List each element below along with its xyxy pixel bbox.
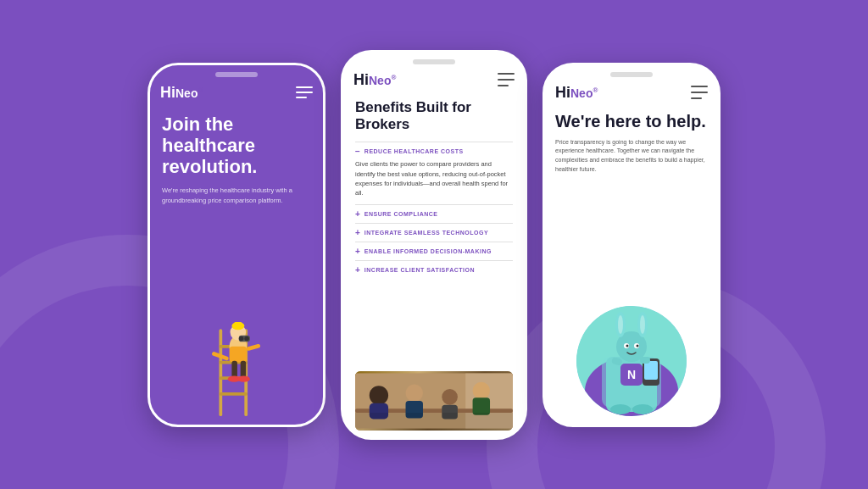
phone-left-notch: [150, 65, 323, 81]
accordion-label-4: ENABLE INFORMED DECISION-MAKING: [364, 248, 492, 254]
accordion-header-2: + ENSURE COMPLIANCE: [355, 209, 513, 219]
svg-rect-5: [219, 392, 248, 396]
svg-rect-9: [234, 321, 242, 327]
accordion-item-2[interactable]: + ENSURE COMPLIANCE: [355, 204, 513, 223]
logo-hi-left: Hi: [160, 84, 175, 102]
phone-left: Hi Neo® Join the healthcare revolution. …: [147, 63, 326, 427]
phone-left-header: Hi Neo®: [150, 81, 323, 107]
menu-line-m2: [498, 79, 515, 81]
menu-line-2: [296, 92, 313, 93]
accordion-label-1: REDUCE HEALTHCARE COSTS: [364, 148, 464, 154]
menu-line-r3: [691, 97, 702, 99]
svg-rect-48: [640, 357, 650, 364]
phone2-title: Benefits Built for Brokers: [355, 99, 513, 134]
menu-line-m3: [498, 85, 509, 86]
phone-middle-notch: [343, 53, 525, 68]
phone3-subtitle: Price transparency is going to change th…: [555, 138, 708, 175]
notch-pill-middle: [413, 59, 455, 64]
accordion-header-5: + INCREASE CLIENT SATISFACTION: [355, 265, 513, 275]
logo-neo-middle: Neo®: [369, 74, 396, 87]
accordion-plus-icon-3: +: [355, 228, 360, 237]
phone-right-header: Hi Neo®: [545, 81, 718, 107]
logo-right: Hi Neo®: [555, 84, 598, 102]
svg-rect-47: [644, 361, 658, 380]
notch-pill-right: [610, 72, 653, 77]
logo-neo-left: Neo®: [175, 86, 203, 100]
phone1-title: Join the healthcare revolution.: [162, 114, 311, 178]
accordion-header-1: − REDUCE HEALTHCARE COSTS: [355, 147, 513, 156]
phone-middle-content: Benefits Built for Brokers − REDUCE HEAL…: [343, 94, 525, 437]
svg-rect-16: [231, 360, 237, 378]
svg-point-23: [370, 386, 388, 404]
accordion-body-1: Give clients the power to compare provid…: [355, 159, 513, 200]
logo-left: Hi Neo®: [160, 84, 203, 102]
svg-rect-30: [473, 397, 490, 414]
meeting-illustration: [355, 371, 513, 431]
phone1-illustration: [162, 217, 311, 416]
phone-left-content: Join the healthcare revolution. We're re…: [150, 107, 323, 425]
phone-right: Hi Neo® We're here to help. Price transp…: [542, 63, 721, 427]
menu-line-r1: [691, 86, 708, 87]
rabbit-circle: N: [576, 306, 687, 416]
svg-point-11: [239, 336, 244, 341]
menu-line-3: [296, 97, 307, 98]
phone2-meeting-image: [355, 371, 513, 431]
phones-container: Hi Neo® Join the healthcare revolution. …: [147, 50, 721, 440]
accordion-plus-icon-2: +: [355, 209, 360, 219]
accordion-label-5: INCREASE CLIENT SATISFACTION: [364, 267, 475, 273]
svg-point-12: [244, 336, 249, 341]
menu-line-r2: [691, 92, 708, 93]
svg-rect-26: [406, 401, 423, 418]
svg-rect-13: [230, 346, 248, 362]
accordion-item-4[interactable]: + ENABLE INFORMED DECISION-MAKING: [355, 242, 513, 260]
character-on-ladder-icon: [194, 297, 279, 416]
svg-point-51: [632, 404, 653, 414]
accordion-label-3: INTEGRATE SEAMLESS TECHNOLOGY: [364, 230, 488, 236]
svg-point-19: [237, 375, 250, 381]
svg-point-44: [626, 344, 629, 347]
menu-icon-middle[interactable]: [498, 73, 515, 86]
logo-hi-middle: Hi: [353, 71, 369, 89]
svg-point-50: [610, 404, 631, 414]
accordion-label-2: ENSURE COMPLIANCE: [364, 211, 438, 217]
menu-line-m1: [498, 73, 515, 75]
accordion-plus-icon-5: +: [355, 265, 360, 275]
meeting-svg: [355, 371, 513, 431]
svg-point-25: [406, 384, 423, 401]
accordion-item-1[interactable]: − REDUCE HEALTHCARE COSTS Give clients t…: [355, 142, 513, 204]
phone3-title: We're here to help.: [555, 112, 708, 131]
svg-rect-28: [442, 404, 458, 419]
phone-right-notch: [545, 65, 718, 81]
svg-point-29: [473, 381, 490, 398]
menu-icon-right[interactable]: [691, 86, 708, 99]
logo-middle: Hi Neo®: [353, 71, 396, 89]
accordion-item-5[interactable]: + INCREASE CLIENT SATISFACTION: [355, 260, 513, 279]
notch-pill-left: [215, 72, 258, 77]
logo-hi-right: Hi: [555, 84, 570, 102]
phone1-subtitle: We're reshaping the healthcare industry …: [162, 186, 311, 205]
phone3-illustration: N: [555, 183, 708, 416]
accordion-header-4: + ENABLE INFORMED DECISION-MAKING: [355, 247, 513, 256]
accordion-header-3: + INTEGRATE SEAMLESS TECHNOLOGY: [355, 228, 513, 237]
svg-point-41: [640, 315, 645, 334]
svg-point-27: [442, 389, 458, 405]
accordion-item-3[interactable]: + INTEGRATE SEAMLESS TECHNOLOGY: [355, 223, 513, 242]
svg-rect-14: [246, 343, 260, 351]
accordion-minus-icon-1: −: [355, 147, 360, 156]
svg-rect-0: [219, 329, 222, 416]
rabbit-superhero-icon: N: [576, 306, 687, 416]
svg-rect-17: [241, 360, 247, 378]
svg-point-45: [637, 344, 639, 347]
accordion-plus-icon-4: +: [355, 247, 360, 256]
phone-right-content: We're here to help. Price transparency i…: [545, 107, 718, 425]
menu-icon-left[interactable]: [296, 86, 313, 98]
svg-point-39: [618, 315, 623, 334]
logo-neo-right: Neo®: [570, 86, 598, 100]
menu-line-1: [296, 86, 313, 88]
svg-rect-24: [370, 403, 388, 419]
phone-middle: Hi Neo® Benefits Built for Brokers − RED…: [341, 50, 527, 440]
phone-middle-header: Hi Neo®: [343, 68, 525, 94]
svg-text:N: N: [627, 368, 636, 381]
